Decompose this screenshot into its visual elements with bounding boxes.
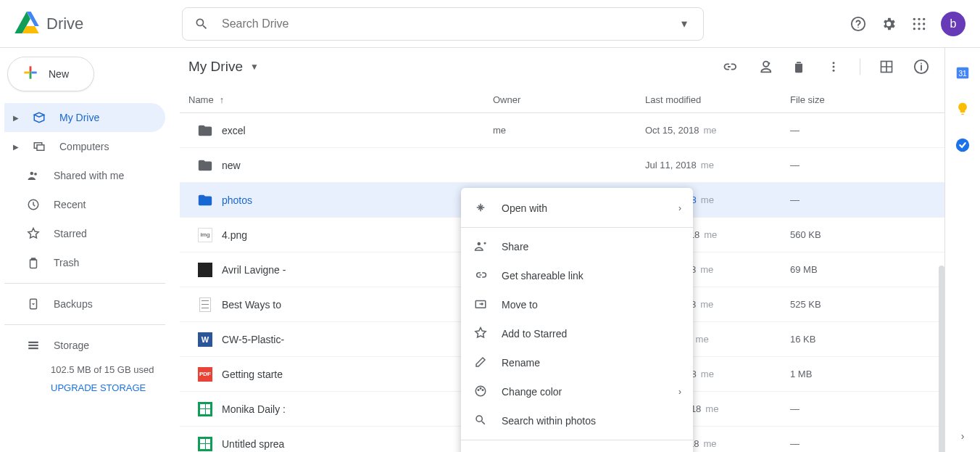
share-icon[interactable] — [755, 58, 773, 75]
more-icon[interactable] — [825, 58, 842, 75]
menu-item-get-shareable-link[interactable]: Get shareable link — [461, 261, 693, 290]
menu-item-label: Open with — [502, 202, 547, 214]
svg-point-26 — [478, 242, 481, 245]
file-name: Getting starte — [222, 369, 493, 380]
brand[interactable]: Drive — [14, 12, 178, 36]
star-icon — [26, 227, 41, 240]
folder-icon — [188, 192, 222, 208]
col-modified[interactable]: Last modified — [645, 94, 790, 105]
scrollbar[interactable] — [939, 266, 944, 452]
computers-icon — [32, 140, 46, 153]
column-headers: Name↑ Owner Last modified File size — [180, 87, 944, 113]
upgrade-storage-link[interactable]: UPGRADE STORAGE — [4, 382, 175, 393]
search-icon[interactable] — [193, 15, 210, 33]
svg-point-10 — [923, 28, 925, 30]
expand-arrow-icon[interactable]: ▶ — [13, 114, 19, 122]
settings-gear-icon[interactable] — [880, 15, 897, 33]
view-toggle-icon[interactable] — [878, 58, 895, 75]
sidebar-item-label: Computers — [59, 141, 109, 152]
sheet-icon — [188, 402, 222, 416]
menu-item-rename[interactable]: Rename — [461, 348, 693, 377]
get-link-icon[interactable] — [721, 58, 738, 75]
menu-item-move-to[interactable]: Move to — [461, 290, 693, 319]
image-icon: img — [188, 228, 222, 242]
sidebar-item-recent[interactable]: Recent — [4, 190, 165, 219]
file-owner: me — [493, 125, 645, 136]
star-icon — [474, 326, 487, 342]
breadcrumb[interactable]: My Drive ▼ — [188, 59, 259, 75]
menu-item-view-details[interactable]: View details — [461, 445, 693, 452]
sidebar-item-shared-with-me[interactable]: Shared with me — [4, 161, 165, 190]
sidebar-item-starred[interactable]: Starred — [4, 219, 165, 248]
file-modified: Jul 11, 2018me — [645, 160, 790, 170]
search-options-dropdown-icon[interactable]: ▾ — [676, 15, 693, 33]
sort-arrow-icon: ↑ — [220, 94, 225, 105]
menu-item-change-color[interactable]: Change color› — [461, 377, 693, 406]
sidebar: New ▶My Drive▶ComputersShared with meRec… — [0, 48, 180, 452]
sheet-icon — [188, 437, 222, 451]
sidebar-item-storage[interactable]: Storage — [4, 331, 165, 360]
menu-item-label: Add to Starred — [502, 328, 567, 340]
chevron-right-icon: › — [678, 387, 681, 397]
file-name: photos — [222, 194, 493, 206]
menu-item-add-to-starred[interactable]: Add to Starred — [461, 319, 693, 348]
breadcrumb-label: My Drive — [188, 59, 243, 75]
file-size: 525 KB — [790, 299, 899, 310]
video-icon — [188, 263, 222, 277]
search-input[interactable] — [222, 17, 676, 30]
keep-icon[interactable] — [954, 100, 971, 118]
account-avatar[interactable]: b — [941, 12, 966, 36]
expand-arrow-icon[interactable]: ▶ — [13, 143, 19, 151]
sidebar-item-computers[interactable]: ▶Computers — [4, 132, 165, 161]
col-size[interactable]: File size — [790, 94, 899, 105]
recent-icon — [26, 198, 41, 211]
svg-point-25 — [921, 63, 922, 65]
calendar-icon[interactable]: 31 — [954, 64, 971, 81]
svg-rect-17 — [28, 342, 38, 343]
pdf-icon: PDF — [188, 367, 222, 382]
svg-point-4 — [923, 17, 925, 20]
separator — [860, 59, 860, 75]
searchbar[interactable]: ▾ — [182, 7, 704, 41]
chevron-down-icon: ▼ — [250, 62, 259, 72]
file-size: 1 MB — [790, 369, 899, 379]
sidebar-item-backups[interactable]: Backups — [4, 289, 165, 319]
file-name: new — [222, 160, 493, 171]
info-icon[interactable] — [913, 58, 930, 75]
svg-rect-18 — [28, 345, 38, 346]
menu-item-open-with[interactable]: Open with› — [461, 194, 693, 223]
menu-item-share[interactable]: Share — [461, 232, 693, 261]
sidebar-item-my-drive[interactable]: ▶My Drive — [4, 103, 165, 132]
menu-item-label: Move to — [502, 299, 538, 311]
menu-separator — [461, 227, 693, 228]
open-icon — [474, 201, 487, 216]
sidebar-item-label: Trash — [54, 257, 79, 268]
help-icon[interactable] — [850, 15, 867, 33]
col-owner[interactable]: Owner — [493, 94, 645, 105]
svg-point-1 — [858, 26, 858, 27]
sidebar-item-label: Backups — [54, 298, 93, 310]
sidebar-item-trash[interactable]: Trash — [4, 248, 165, 277]
file-name: Avril Lavigne - — [222, 264, 493, 276]
file-name: Monika Daily : — [222, 403, 493, 415]
rename-icon — [474, 356, 487, 371]
context-menu: Open with›ShareGet shareable linkMove to… — [461, 188, 693, 452]
col-name[interactable]: Name↑ — [188, 94, 493, 105]
delete-icon[interactable] — [790, 58, 807, 75]
sidebar-item-label: Shared with me — [54, 170, 124, 181]
drive-logo-icon — [14, 12, 39, 36]
expand-rail-icon[interactable]: › — [961, 430, 965, 442]
tasks-icon[interactable] — [954, 136, 971, 154]
file-size: — — [790, 438, 899, 449]
apps-grid-icon[interactable] — [910, 15, 928, 33]
new-button[interactable]: New — [7, 57, 94, 91]
plus-icon — [21, 63, 40, 86]
table-row[interactable]: excelmeOct 15, 2018me— — [180, 113, 944, 148]
menu-item-search-within-photos[interactable]: Search within photos — [461, 406, 693, 435]
table-row[interactable]: newJul 11, 2018me— — [180, 148, 944, 183]
menu-separator — [461, 440, 693, 440]
svg-point-7 — [923, 22, 925, 25]
file-name: CW-5-Plastic- — [222, 334, 493, 345]
svg-point-8 — [913, 28, 915, 30]
divider — [4, 324, 165, 325]
